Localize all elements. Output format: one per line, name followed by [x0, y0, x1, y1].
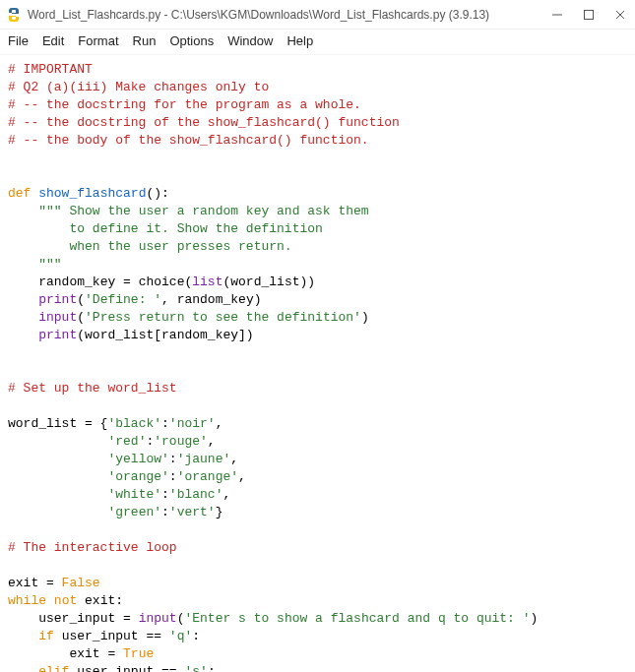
string: 'green'	[107, 505, 161, 519]
string: 'orange'	[177, 469, 238, 484]
code-text: user_input ==	[69, 664, 184, 672]
builtin: print	[38, 328, 77, 342]
menu-bar: File Edit Format Run Options Window Help	[0, 30, 635, 55]
string: 'rouge'	[154, 434, 208, 449]
builtin: list	[192, 275, 222, 289]
menu-options[interactable]: Options	[169, 33, 214, 48]
minimize-button[interactable]	[550, 8, 564, 22]
comment: # IMPORTANT	[8, 62, 93, 77]
builtin: print	[38, 292, 77, 307]
punct: ():	[146, 186, 168, 201]
string: 'black'	[107, 416, 161, 431]
comment: # -- the docstring for the program as a …	[8, 97, 361, 112]
window-title: Word_List_Flashcards.py - C:\Users\KGM\D…	[28, 8, 550, 22]
menu-window[interactable]: Window	[227, 33, 273, 48]
docstring: to define it. Show the definition	[69, 221, 322, 236]
punct: ,	[208, 434, 216, 449]
string: 'noir'	[169, 416, 216, 431]
string: 'q'	[169, 629, 192, 643]
keyword: if	[38, 629, 54, 643]
docstring: when the user presses return.	[69, 239, 291, 254]
string: 'blanc'	[169, 487, 223, 502]
keyword: not	[54, 593, 77, 608]
punct: ,	[230, 452, 238, 466]
builtin: input	[139, 611, 177, 626]
code-text: user_input =	[38, 611, 138, 626]
keyword: def	[8, 186, 31, 201]
punct: )	[531, 611, 539, 626]
punct: :	[192, 629, 200, 643]
func-name: show_flashcard	[38, 186, 146, 201]
python-idle-icon	[6, 7, 22, 23]
punct: (	[77, 292, 85, 307]
menu-format[interactable]: Format	[78, 33, 118, 48]
comment: # -- the body of the show_flashcard() fu…	[8, 133, 369, 148]
keyword: while	[8, 593, 46, 608]
menu-file[interactable]: File	[8, 33, 29, 48]
string: 's'	[184, 664, 207, 672]
menu-help[interactable]: Help	[286, 33, 313, 48]
punct: ,	[238, 469, 246, 484]
comment: # Set up the word_list	[8, 381, 177, 396]
code-text: exit =	[8, 576, 62, 590]
punct: :	[161, 487, 169, 502]
keyword: elif	[38, 664, 69, 672]
svg-rect-1	[585, 10, 594, 19]
comment: # The interactive loop	[8, 540, 177, 555]
maximize-button[interactable]	[582, 8, 596, 22]
code-text: (word_list[random_key])	[77, 328, 253, 342]
code-text: exit:	[77, 593, 123, 608]
punct: :	[161, 416, 169, 431]
string: 'Define: '	[85, 292, 161, 307]
window-titlebar: Word_List_Flashcards.py - C:\Users\KGM\D…	[0, 0, 635, 30]
string: 'yellow'	[107, 452, 168, 466]
code-editor[interactable]: # IMPORTANT # Q2 (a)(iii) Make changes o…	[0, 55, 635, 672]
string: 'jaune'	[177, 452, 231, 466]
code-text: user_input ==	[54, 629, 169, 643]
comment: # Q2 (a)(iii) Make changes only to	[8, 80, 269, 94]
punct: }	[216, 505, 223, 519]
close-button[interactable]	[613, 8, 627, 22]
string: 'orange'	[107, 469, 168, 484]
keyword: False	[62, 576, 100, 590]
code-text: exit =	[69, 646, 123, 661]
window-controls	[550, 8, 627, 22]
code-text: random_key = choice(	[38, 275, 192, 289]
menu-edit[interactable]: Edit	[42, 33, 64, 48]
comment: # -- the docstring of the show_flashcard…	[8, 115, 400, 130]
docstring: """ Show the user a random key and ask t…	[38, 204, 368, 218]
code-text: , random_key)	[161, 292, 261, 307]
punct: ,	[222, 487, 230, 502]
punct: (	[77, 310, 85, 325]
code-text: (word_list))	[222, 275, 315, 289]
string: 'red'	[107, 434, 146, 449]
punct: :	[169, 469, 177, 484]
code-text: word_list = {	[8, 416, 107, 431]
string: 'white'	[107, 487, 161, 502]
punct: :	[161, 505, 169, 519]
docstring: """	[38, 257, 61, 272]
punct: ,	[216, 416, 223, 431]
builtin: input	[38, 310, 77, 325]
keyword: True	[123, 646, 154, 661]
string: 'vert'	[169, 505, 216, 519]
punct: :	[169, 452, 177, 466]
punct: )	[361, 310, 369, 325]
string: 'Press return to see the definition'	[85, 310, 361, 325]
string: 'Enter s to show a flashcard and q to qu…	[184, 611, 530, 626]
punct: :	[208, 664, 216, 672]
menu-run[interactable]: Run	[133, 33, 157, 48]
